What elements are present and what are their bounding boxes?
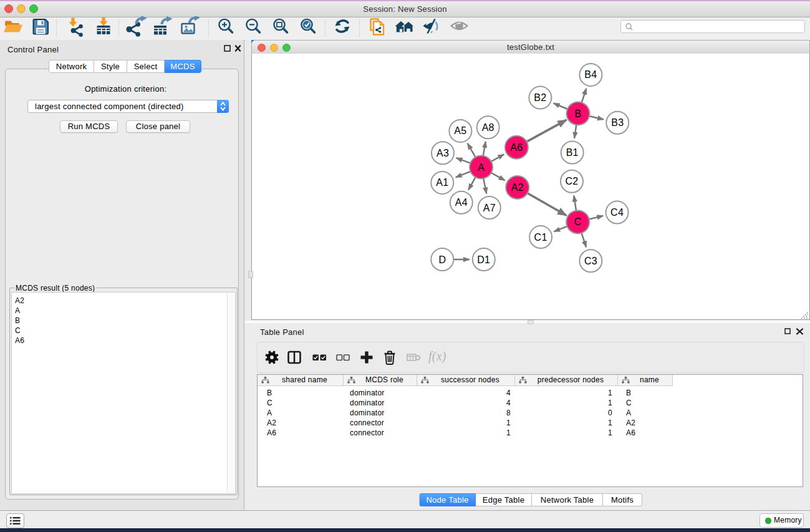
svg-text:B: B [575,109,582,119]
svg-text:B1: B1 [566,147,579,158]
svg-text:A1: A1 [436,177,448,188]
svg-text:A4: A4 [455,197,468,208]
svg-text:A2: A2 [511,182,524,193]
svg-text:D: D [438,254,446,265]
svg-text:C: C [574,216,582,227]
svg-text:B4: B4 [584,69,597,80]
svg-text:A3: A3 [436,148,449,158]
svg-text:C1: C1 [534,232,547,243]
svg-text:A5: A5 [454,125,466,136]
svg-text:B2: B2 [534,92,546,103]
svg-text:A8: A8 [482,122,494,133]
svg-text:A7: A7 [483,203,496,213]
svg-text:C4: C4 [610,207,624,218]
svg-text:C2: C2 [566,176,579,186]
svg-text:A: A [478,162,485,173]
svg-text:A6: A6 [510,142,523,153]
svg-text:B3: B3 [611,117,624,128]
svg-text:D1: D1 [477,254,490,265]
svg-text:C3: C3 [584,256,597,266]
